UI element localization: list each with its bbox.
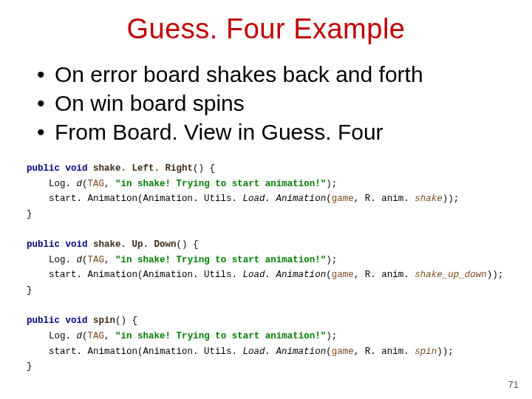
bullet-list: On error board shakes back and forth On … xyxy=(22,60,510,146)
bullet-item: On win board spins xyxy=(37,89,510,117)
bullet-item: From Board. View in Guess. Four xyxy=(37,117,510,146)
bullet-item: On error board shakes back and forth xyxy=(37,60,510,89)
slide-title: Guess. Four Example xyxy=(22,13,510,45)
page-number: 71 xyxy=(508,379,519,390)
code-block: public void shake. Left. Right() { Log. … xyxy=(22,161,510,375)
